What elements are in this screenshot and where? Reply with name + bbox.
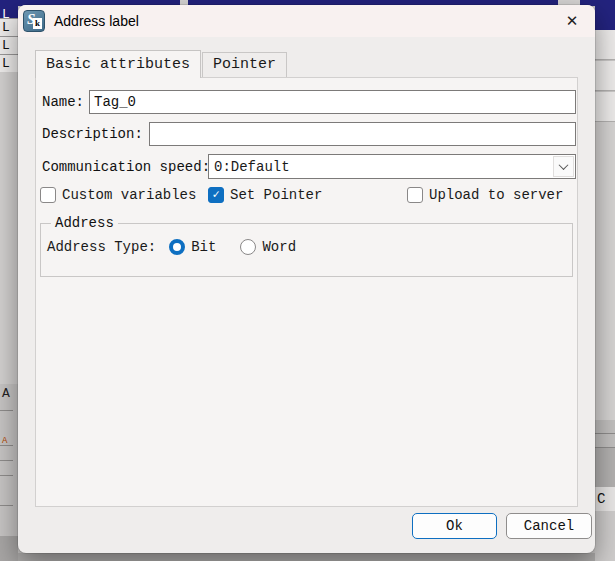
checkbox-upload-to-server[interactable]: ✓ Upload to server — [407, 187, 563, 203]
background-list-item: C — [595, 487, 615, 511]
address-label-dialog: S k Address label ✕ Basic attributes Poi… — [18, 5, 595, 553]
checkbox-label: Set Pointer — [230, 187, 322, 203]
description-label: Description: — [42, 126, 143, 142]
checkbox-custom-variables[interactable]: ✓ Custom variables — [40, 187, 196, 203]
checkbox-icon: ✓ — [208, 187, 224, 203]
checkbox-icon: ✓ — [407, 187, 423, 203]
divider — [0, 505, 13, 506]
app-logo-icon: S k — [23, 10, 45, 32]
name-input[interactable] — [89, 90, 576, 114]
background-list-item: L — [0, 36, 18, 54]
background-table-row — [595, 61, 615, 91]
background-list-item: L — [0, 18, 18, 36]
background-table-row — [595, 434, 615, 448]
background-panel — [0, 72, 18, 384]
divider — [0, 410, 13, 411]
address-type-label: Address Type: — [47, 239, 156, 255]
logo-letter: k — [33, 18, 42, 29]
radio-icon — [240, 239, 256, 255]
communication-speed-label: Communication speed: — [42, 159, 210, 175]
background-table-row — [595, 92, 615, 122]
chevron-down-icon — [559, 160, 569, 170]
radio-word[interactable]: Word — [240, 239, 296, 255]
tab-page-basic-attributes: Name: Description: Communication speed: … — [35, 77, 578, 507]
background-bottom-strip — [18, 553, 595, 561]
communication-speed-select[interactable]: 0:Default — [208, 154, 576, 179]
divider — [0, 445, 13, 446]
communication-speed-value: 0:Default — [209, 159, 553, 175]
background-table-row — [595, 420, 615, 434]
background-panel — [595, 122, 615, 420]
divider — [0, 460, 13, 461]
name-label: Name: — [42, 94, 84, 110]
background-list-item: A — [2, 386, 10, 401]
radio-label: Word — [262, 239, 296, 255]
background-list-item: L — [0, 54, 18, 72]
close-icon[interactable]: ✕ — [559, 9, 585, 33]
dialog-title: Address label — [54, 13, 139, 29]
divider — [0, 475, 13, 476]
checkbox-label: Custom variables — [62, 187, 196, 203]
background-selected-row — [595, 6, 615, 30]
address-group-legend: Address — [51, 215, 118, 231]
radio-bit[interactable]: Bit — [169, 239, 216, 255]
checkbox-set-pointer[interactable]: ✓ Set Pointer — [208, 187, 322, 203]
background-panel — [595, 448, 615, 487]
ok-button[interactable]: Ok — [412, 513, 497, 539]
background-right-edge: C — [595, 6, 615, 561]
tab-basic-attributes[interactable]: Basic attributes — [35, 50, 201, 78]
checkbox-icon: ✓ — [40, 187, 56, 203]
radio-icon — [169, 239, 185, 255]
background-left-list: L L L L A A — [0, 6, 18, 561]
description-input[interactable] — [149, 122, 576, 146]
check-icon: ✓ — [212, 189, 219, 201]
background-panel — [595, 511, 615, 561]
dropdown-button[interactable] — [553, 156, 574, 177]
checkbox-label: Upload to server — [429, 187, 563, 203]
background-table-row — [595, 30, 615, 60]
background-panel — [0, 536, 18, 561]
cancel-button[interactable]: Cancel — [506, 513, 592, 539]
address-group: Address Address Type: Bit Word — [40, 215, 573, 277]
dialog-title-bar: S k Address label ✕ — [18, 5, 595, 37]
tab-pointer[interactable]: Pointer — [202, 52, 287, 77]
radio-label: Bit — [191, 239, 216, 255]
